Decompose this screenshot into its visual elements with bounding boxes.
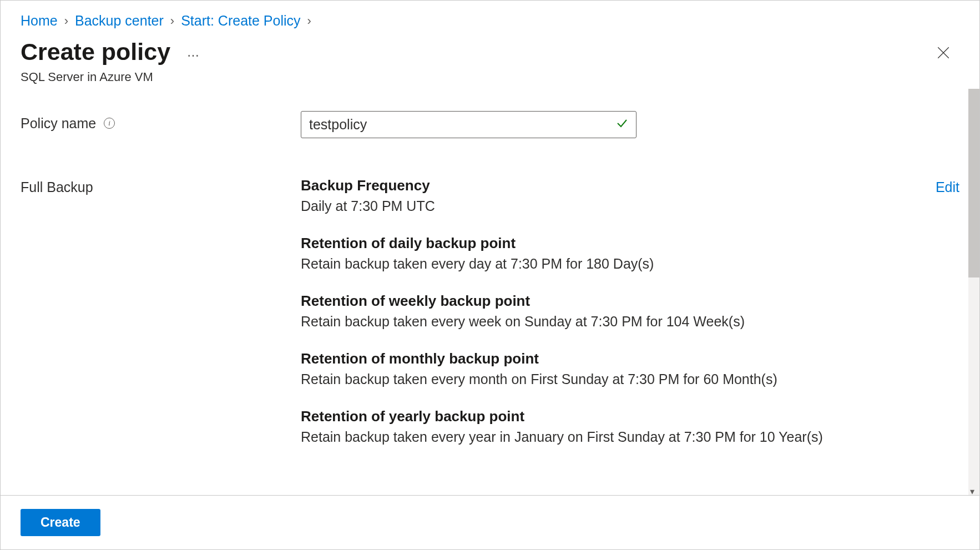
detail-text: Daily at 7:30 PM UTC	[301, 196, 882, 216]
breadcrumb-start-create-policy[interactable]: Start: Create Policy	[181, 13, 300, 29]
full-backup-section: Full Backup Backup Frequency Daily at 7:…	[21, 177, 959, 466]
chevron-right-icon: ›	[64, 14, 68, 28]
close-button[interactable]	[933, 42, 954, 65]
retention-yearly-block: Retention of yearly backup point Retain …	[301, 408, 882, 447]
more-actions-button[interactable]: ⋯	[187, 48, 201, 63]
full-backup-label: Full Backup	[21, 179, 301, 195]
page-title: Create policy	[21, 38, 170, 67]
retention-weekly-block: Retention of weekly backup point Retain …	[301, 292, 882, 331]
close-icon	[936, 46, 951, 60]
detail-text: Retain backup taken every month on First…	[301, 370, 882, 389]
chevron-right-icon: ›	[170, 14, 174, 28]
footer-bar: Create	[1, 495, 979, 549]
checkmark-icon	[615, 117, 629, 132]
backup-frequency-block: Backup Frequency Daily at 7:30 PM UTC	[301, 177, 882, 216]
detail-title: Retention of weekly backup point	[301, 292, 882, 310]
content-area: ▴ ▾ Policy name i Fu	[1, 89, 979, 495]
scrollbar-track[interactable]: ▴ ▾	[968, 89, 979, 495]
detail-text: Retain backup taken every day at 7:30 PM…	[301, 254, 882, 274]
policy-name-input[interactable]	[301, 111, 637, 138]
breadcrumb-home[interactable]: Home	[21, 13, 58, 29]
breadcrumb-backup-center[interactable]: Backup center	[75, 13, 164, 29]
retention-daily-block: Retention of daily backup point Retain b…	[301, 235, 882, 274]
policy-name-row: Policy name i	[21, 111, 959, 138]
scrollbar-thumb[interactable]	[968, 89, 979, 277]
create-button[interactable]: Create	[21, 509, 100, 536]
page-subtitle: SQL Server in Azure VM	[21, 70, 201, 84]
detail-text: Retain backup taken every week on Sunday…	[301, 312, 882, 331]
policy-name-label: Policy name	[21, 115, 96, 132]
edit-full-backup-link[interactable]: Edit	[936, 179, 959, 195]
detail-title: Retention of daily backup point	[301, 235, 882, 252]
info-icon[interactable]: i	[104, 118, 115, 129]
breadcrumb: Home › Backup center › Start: Create Pol…	[1, 1, 979, 32]
retention-monthly-block: Retention of monthly backup point Retain…	[301, 350, 882, 389]
detail-text: Retain backup taken every year in Januar…	[301, 427, 882, 447]
detail-title: Retention of yearly backup point	[301, 408, 882, 425]
scroll-down-icon[interactable]: ▾	[970, 486, 978, 494]
detail-title: Retention of monthly backup point	[301, 350, 882, 367]
page-header: Create policy ⋯ SQL Server in Azure VM	[1, 32, 979, 89]
chevron-right-icon: ›	[307, 14, 311, 28]
detail-title: Backup Frequency	[301, 177, 882, 194]
